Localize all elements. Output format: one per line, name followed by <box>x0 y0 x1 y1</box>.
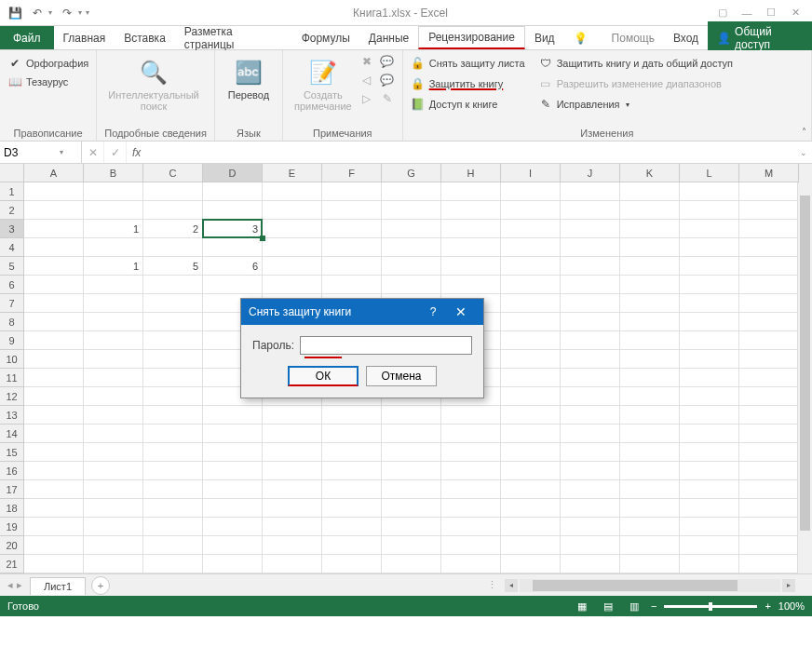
cell-D3[interactable]: 3 <box>203 220 263 238</box>
protect-share-button[interactable]: 🛡Защитить книгу и дать общий доступ <box>538 54 733 73</box>
row-header[interactable]: 9 <box>0 331 24 350</box>
cell-B5[interactable]: 1 <box>84 257 143 276</box>
col-header[interactable]: J <box>561 164 620 182</box>
formula-input[interactable] <box>146 142 795 163</box>
col-header[interactable]: C <box>143 164 203 182</box>
spelling-button[interactable]: ✔Орфография <box>7 54 88 73</box>
dialog-close-icon[interactable]: ✕ <box>446 304 476 319</box>
collapse-ribbon-icon[interactable]: ˄ <box>802 127 806 137</box>
select-all-corner[interactable] <box>0 164 24 182</box>
translate-button[interactable]: 🔤Перевод <box>223 54 275 104</box>
vscroll-thumb[interactable] <box>800 195 810 531</box>
login-link[interactable]: Вход <box>664 32 708 45</box>
zoom-in-icon[interactable]: + <box>765 600 770 612</box>
undo-icon[interactable]: ↶ <box>30 6 45 20</box>
col-header[interactable]: F <box>322 164 382 182</box>
zoom-slider[interactable] <box>664 605 757 608</box>
row-header[interactable]: 5 <box>0 257 24 276</box>
normal-view-icon[interactable]: ▦ <box>573 599 591 613</box>
tab-data[interactable]: Данные <box>359 26 418 49</box>
show-ink-icon[interactable]: ✎ <box>380 91 395 106</box>
row-header[interactable]: 6 <box>0 276 24 294</box>
tell-me-icon[interactable]: 💡 <box>564 32 597 45</box>
col-header[interactable]: M <box>739 164 799 182</box>
col-header[interactable]: A <box>24 164 84 182</box>
row-header[interactable]: 8 <box>0 313 24 331</box>
col-header[interactable]: B <box>84 164 143 182</box>
fx-icon[interactable]: fx <box>127 142 146 163</box>
row-header[interactable]: 10 <box>0 350 24 369</box>
col-header[interactable]: E <box>263 164 322 182</box>
row-header[interactable]: 19 <box>0 518 24 536</box>
row-header[interactable]: 16 <box>0 462 24 480</box>
cell-D5[interactable]: 6 <box>203 257 263 276</box>
vertical-scrollbar[interactable] <box>797 182 812 573</box>
row-header[interactable]: 1 <box>0 182 24 201</box>
thesaurus-button[interactable]: 📖Тезаурус <box>7 73 68 91</box>
hscroll-left-icon[interactable]: ◂ <box>505 579 518 592</box>
page-break-icon[interactable]: ▥ <box>625 599 643 613</box>
dialog-help-icon[interactable]: ? <box>420 305 446 318</box>
tab-file[interactable]: Файл <box>0 26 54 49</box>
share-workbook-button[interactable]: 📗Доступ к книге <box>411 95 525 114</box>
page-layout-icon[interactable]: ▤ <box>599 599 617 613</box>
help-label[interactable]: Помощь <box>602 32 664 45</box>
row-header[interactable]: 13 <box>0 406 24 425</box>
maximize-icon[interactable]: ☐ <box>760 4 782 22</box>
col-header[interactable]: K <box>620 164 680 182</box>
name-box[interactable]: ▾ <box>0 142 82 163</box>
sheet-nav-next-icon[interactable]: ▸ <box>17 579 22 591</box>
row-header[interactable]: 11 <box>0 369 24 387</box>
protect-workbook-button[interactable]: 🔒Защитить книгу <box>411 74 525 93</box>
tab-review[interactable]: Рецензирование <box>418 26 525 49</box>
sheet-nav-prev-icon[interactable]: ◂ <box>7 579 13 591</box>
allow-ranges-button[interactable]: ▭Разрешить изменение диапазонов <box>538 74 733 93</box>
col-header[interactable]: I <box>501 164 561 182</box>
smart-lookup-button[interactable]: 🔍Интеллектуальный поиск <box>104 54 202 115</box>
col-header[interactable]: D <box>203 164 263 182</box>
zoom-level[interactable]: 100% <box>778 600 805 612</box>
minimize-icon[interactable]: — <box>736 4 758 22</box>
ribbon-display-icon[interactable]: ▢ <box>711 4 734 22</box>
next-comment-icon[interactable]: ▷ <box>359 91 374 106</box>
row-header[interactable]: 14 <box>0 425 24 443</box>
fill-handle[interactable] <box>260 236 265 241</box>
row-header[interactable]: 17 <box>0 480 24 499</box>
cancel-button[interactable]: Отмена <box>366 366 437 386</box>
save-icon[interactable]: 💾 <box>7 6 22 20</box>
tab-view[interactable]: Вид <box>525 26 564 49</box>
show-comment-icon[interactable]: 💬 <box>380 54 395 69</box>
row-header[interactable]: 3 <box>0 220 24 238</box>
redo-icon[interactable]: ↷ <box>60 6 74 20</box>
col-header[interactable]: G <box>382 164 441 182</box>
expand-formula-icon[interactable]: ⌄ <box>795 142 812 163</box>
prev-comment-icon[interactable]: ◁ <box>359 73 374 88</box>
row-header[interactable]: 18 <box>0 499 24 518</box>
horizontal-scrollbar[interactable] <box>520 579 780 592</box>
row-header[interactable]: 20 <box>0 536 24 555</box>
sheet-split-icon[interactable]: ⋮ <box>487 579 497 591</box>
row-header[interactable]: 2 <box>0 201 24 220</box>
password-input[interactable] <box>300 336 472 355</box>
unprotect-sheet-button[interactable]: 🔓Снять защиту листа <box>411 54 525 73</box>
enter-formula-icon[interactable]: ✓ <box>104 142 127 163</box>
row-header[interactable]: 21 <box>0 555 24 573</box>
row-header[interactable]: 7 <box>0 294 24 313</box>
undo-drop-icon[interactable]: ▾ <box>48 8 52 17</box>
col-header[interactable]: L <box>680 164 739 182</box>
cell-C5[interactable]: 5 <box>143 257 203 276</box>
cell-B3[interactable]: 1 <box>84 220 143 238</box>
hscroll-thumb[interactable] <box>533 580 738 591</box>
sheet-tab[interactable]: Лист1 <box>30 577 86 595</box>
dialog-titlebar[interactable]: Снять защиту книги ? ✕ <box>241 299 483 325</box>
col-header[interactable]: H <box>441 164 501 182</box>
tab-home[interactable]: Главная <box>54 26 115 49</box>
delete-comment-icon[interactable]: ✖ <box>359 54 374 69</box>
tab-formulas[interactable]: Формулы <box>292 26 359 49</box>
row-header[interactable]: 12 <box>0 387 24 406</box>
show-all-comments-icon[interactable]: 💬 <box>380 73 395 88</box>
new-comment-button[interactable]: 📝Создать примечание <box>291 54 356 115</box>
name-box-input[interactable] <box>4 146 60 159</box>
cell-C3[interactable]: 2 <box>143 220 203 238</box>
zoom-thumb[interactable] <box>709 602 712 611</box>
